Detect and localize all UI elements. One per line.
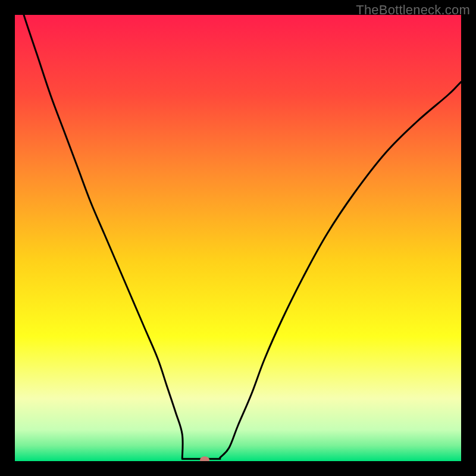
chart-svg	[15, 15, 461, 461]
plot-area	[15, 15, 461, 461]
watermark-text: TheBottleneck.com	[356, 2, 470, 18]
bottleneck-curve	[15, 15, 461, 459]
gradient-background	[15, 15, 461, 461]
minimum-marker	[200, 456, 209, 461]
chart-frame: TheBottleneck.com	[0, 0, 476, 476]
